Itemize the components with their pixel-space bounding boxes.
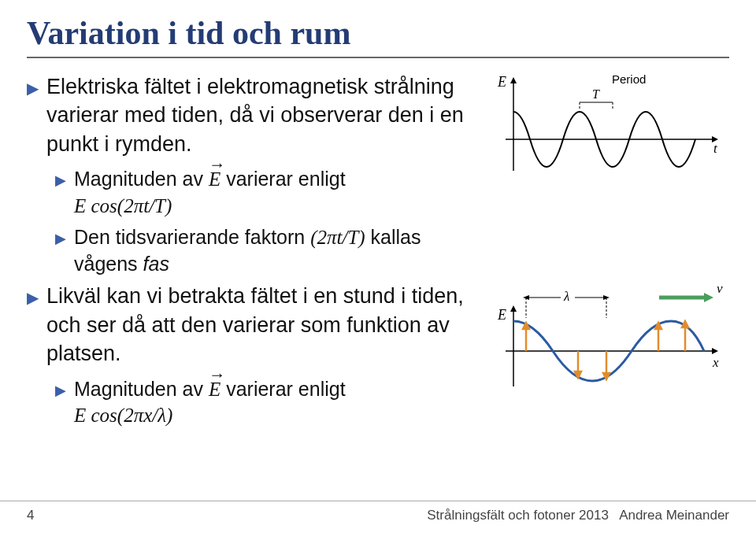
text-fragment: Den tidsvarierande faktorn (74, 226, 310, 248)
bullet-icon: ▶ (27, 78, 39, 99)
svg-marker-8 (510, 305, 517, 312)
phase-expr: (2πt/T) (310, 227, 365, 248)
bullet-2a: ▶ Magnituden av E varierar enligt E cos(… (55, 376, 484, 430)
svg-marker-10 (712, 348, 718, 354)
axis-label-x: x (712, 355, 719, 370)
figure-space-wave: E λ v x (490, 272, 726, 390)
bullet-2a-text: Magnituden av E varierar enligt E cos(2π… (74, 376, 346, 430)
svg-marker-1 (510, 77, 517, 83)
text-fragment: varierar enligt (220, 168, 345, 190)
footer-right: Strålningsfält och fotoner 2013 Andrea M… (427, 508, 729, 523)
axis-label-E: E (497, 74, 506, 90)
content-row: ▶ Elektriska fältet i elektromagnetisk s… (27, 72, 729, 434)
text-fragment: varierar enligt (220, 378, 345, 400)
axis-label-t: t (713, 141, 718, 156)
bullet-1: ▶ Elektriska fältet i elektromagnetisk s… (27, 72, 484, 158)
vector-E: E (209, 376, 220, 403)
axis-label-E: E (497, 307, 506, 323)
svg-marker-30 (704, 293, 713, 302)
text-fragment: Magnituden av (74, 168, 209, 190)
bullet-2-text: Likväl kan vi betrakta fältet i en stund… (46, 282, 484, 368)
slide: Variation i tid och rum ▶ Elektriska fäl… (0, 0, 756, 536)
bullet-1-text: Elektriska fältet i elektromagnetisk str… (46, 72, 484, 158)
bullet-icon: ▶ (55, 171, 66, 190)
text-column: ▶ Elektriska fältet i elektromagnetisk s… (27, 72, 484, 434)
svg-marker-22 (682, 321, 688, 327)
course-name: Strålningsfält och fotoner 2013 (427, 508, 609, 523)
figure-column: E Period T t (490, 72, 726, 434)
bullet-1b: ▶ Den tidsvarierande faktorn (2πt/T) kal… (55, 224, 484, 278)
v-label: v (717, 281, 723, 296)
bullet-1a: ▶ Magnituden av E varierar enligt E cos(… (55, 166, 484, 220)
bullet-1a-text: Magnituden av E varierar enligt E cos(2π… (74, 166, 346, 220)
title-container: Variation i tid och rum (27, 14, 729, 58)
figure-time-wave: E Period T t (490, 72, 726, 183)
vector-E: E (209, 166, 220, 193)
page-title: Variation i tid och rum (27, 14, 729, 52)
bullet-1b-text: Den tidsvarierande faktorn (2πt/T) kalla… (74, 224, 484, 278)
period-T: T (592, 87, 600, 101)
lambda-label: λ (563, 289, 569, 304)
fas-word: fas (143, 253, 169, 275)
text-fragment: Magnituden av (74, 378, 209, 400)
bullet-2: ▶ Likväl kan vi betrakta fältet i en stu… (27, 282, 484, 368)
bullet-icon: ▶ (27, 287, 39, 309)
bullet-icon: ▶ (55, 381, 66, 400)
bullet-icon: ▶ (55, 229, 66, 248)
period-label: Period (612, 72, 646, 86)
footer: 4 Strålningsfält och fotoner 2013 Andrea… (0, 501, 756, 523)
formula-Ecos-t: E cos(2πt/T) (74, 195, 172, 216)
page-number: 4 (27, 508, 34, 523)
author-name: Andrea Meinander (619, 508, 729, 523)
formula-Ecos-x: E cos(2πx/λ) (74, 405, 172, 426)
